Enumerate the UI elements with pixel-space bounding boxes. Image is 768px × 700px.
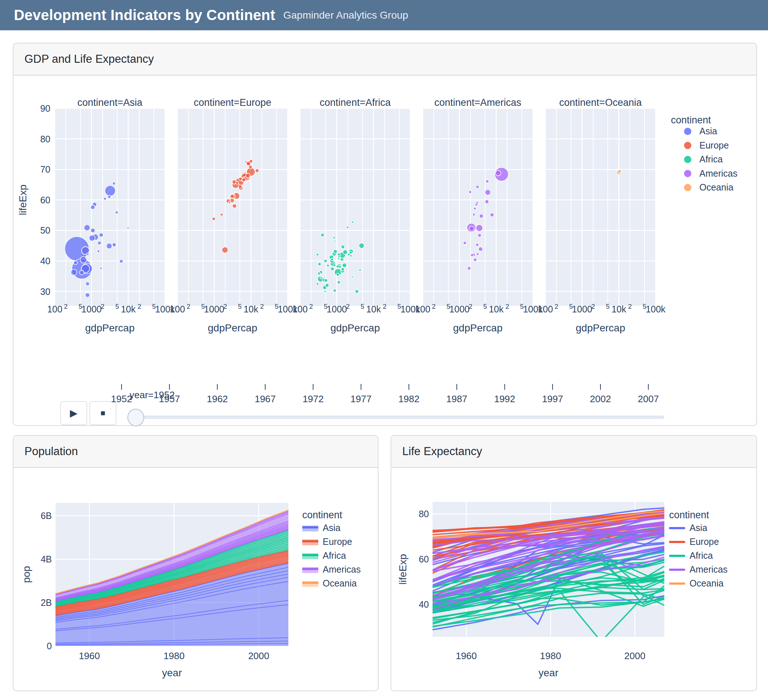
card-life-expectancy: Life Expectancy [390, 435, 757, 691]
card-population: Population [13, 435, 379, 691]
card-title: GDP and Life Expectancy [24, 53, 154, 66]
stop-button[interactable]: ■ [90, 401, 117, 425]
year-slider-label: year=1952 [130, 389, 175, 401]
stop-icon: ■ [100, 408, 105, 418]
card-gdp-life-expectancy: GDP and Life Expectancy ▶ ■ year=1952 [13, 43, 757, 426]
year-slider-rail[interactable] [135, 416, 664, 419]
card-life-expectancy-header: Life Expectancy [391, 436, 756, 468]
card-gdp-life-expectancy-header: GDP and Life Expectancy [13, 43, 756, 75]
year-slider-handle[interactable] [127, 409, 144, 426]
app-title: Development Indicators by Continent [14, 7, 275, 23]
dashboard-page: Development Indicators by Continent Gapm… [0, 0, 768, 700]
card-population-header: Population [13, 436, 378, 468]
app-subtitle: Gapminder Analytics Group [283, 10, 408, 21]
card-title: Population [24, 445, 78, 458]
play-button[interactable]: ▶ [60, 401, 87, 425]
card-title: Life Expectancy [402, 445, 482, 458]
play-icon: ▶ [70, 407, 78, 419]
app-header: Development Indicators by Continent Gapm… [0, 0, 768, 30]
